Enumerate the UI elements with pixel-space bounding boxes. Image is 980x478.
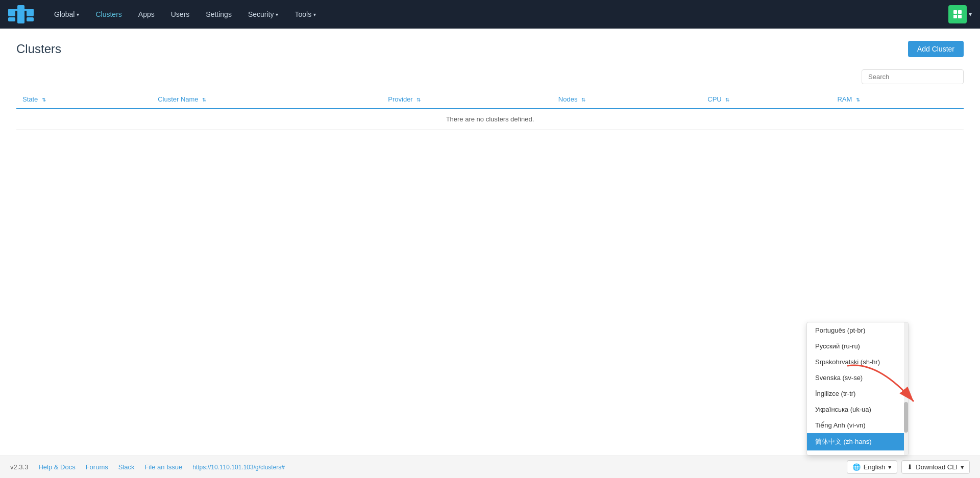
language-option-sh-hr[interactable]: Srpskohrvatski (sh-hr) [807, 354, 908, 370]
sort-icon: ⇅ [42, 97, 46, 103]
footer-url: https://10.110.101.103/g/clusters# [192, 464, 285, 471]
chevron-down-icon: ▾ [313, 12, 316, 17]
scrollbar-thumb[interactable] [904, 402, 908, 433]
svg-rect-4 [27, 17, 34, 21]
nav-item-tools[interactable]: Tools ▾ [287, 6, 323, 22]
chevron-down-icon: ▾ [276, 12, 278, 17]
nav-item-security[interactable]: Security ▾ [241, 6, 286, 22]
dropdown-scrollbar [904, 322, 908, 455]
language-option-pt-br[interactable]: Português (pt-br) [807, 322, 908, 338]
search-input[interactable] [862, 69, 964, 84]
svg-rect-2 [17, 5, 24, 23]
nav-right: ▾ [948, 5, 972, 23]
clusters-table: State ⇅ Cluster Name ⇅ Provider ⇅ Nodes … [16, 90, 964, 130]
col-header-ram[interactable]: RAM ⇅ [831, 90, 964, 109]
svg-rect-8 [953, 15, 957, 18]
col-header-cpu[interactable]: CPU ⇅ [701, 90, 831, 109]
sort-icon: ⇅ [856, 97, 860, 103]
user-avatar-button[interactable] [948, 5, 967, 23]
download-icon: ⬇ [907, 463, 913, 471]
footer: v2.3.3 Help & Docs Forums Slack File an … [0, 456, 980, 478]
navbar: Global ▾ Clusters Apps Users Settings Se… [0, 0, 980, 29]
page-title: Clusters [16, 42, 61, 56]
language-dropdown-list: Português (pt-br)Русский (ru-ru)Srpskohr… [807, 322, 908, 455]
col-header-nodes[interactable]: Nodes ⇅ [552, 90, 701, 109]
sort-icon: ⇅ [581, 97, 585, 103]
footer-forums-link[interactable]: Forums [86, 463, 108, 471]
nav-item-users[interactable]: Users [164, 6, 197, 22]
footer-version: v2.3.3 [10, 463, 28, 471]
svg-rect-6 [953, 10, 957, 14]
download-cli-button[interactable]: ⬇ Download CLI ▾ [901, 460, 970, 474]
language-option-ru-ru[interactable]: Русский (ru-ru) [807, 338, 908, 354]
nav-item-global[interactable]: Global ▾ [47, 6, 86, 22]
svg-rect-1 [8, 17, 15, 21]
empty-message: There are no clusters defined. [16, 109, 964, 130]
language-option-tr-tr[interactable]: İngilizce (tr-tr) [807, 386, 908, 401]
footer-file-issue-link[interactable]: File an Issue [145, 463, 183, 471]
col-header-state[interactable]: State ⇅ [16, 90, 152, 109]
table-header: State ⇅ Cluster Name ⇅ Provider ⇅ Nodes … [16, 90, 964, 109]
footer-slack-link[interactable]: Slack [118, 463, 135, 471]
nav-item-clusters[interactable]: Clusters [88, 6, 129, 22]
language-option-sv-se[interactable]: Svenska (sv-se) [807, 370, 908, 386]
nav-item-settings[interactable]: Settings [199, 6, 239, 22]
main-content: Clusters Add Cluster State ⇅ Cluster Nam… [0, 29, 980, 142]
add-cluster-button[interactable]: Add Cluster [908, 41, 964, 57]
empty-row: There are no clusters defined. [16, 109, 964, 130]
nav-item-apps[interactable]: Apps [131, 6, 162, 22]
table-body: There are no clusters defined. [16, 109, 964, 130]
sort-icon: ⇅ [725, 97, 729, 103]
user-menu-chevron-icon[interactable]: ▾ [969, 11, 972, 18]
language-label: English [864, 463, 886, 471]
nav-items: Global ▾ Clusters Apps Users Settings Se… [47, 6, 948, 22]
sort-icon: ⇅ [416, 97, 421, 103]
search-area [16, 69, 964, 84]
chevron-down-icon: ▾ [888, 463, 892, 471]
sort-icon: ⇅ [202, 97, 206, 103]
table-header-row: State ⇅ Cluster Name ⇅ Provider ⇅ Nodes … [16, 90, 964, 109]
svg-rect-9 [958, 15, 962, 18]
download-cli-label: Download CLI [916, 463, 958, 471]
logo [8, 4, 39, 24]
footer-help-docs-link[interactable]: Help & Docs [38, 463, 75, 471]
footer-right: 🌐 English ▾ ⬇ Download CLI ▾ [847, 460, 970, 474]
chevron-down-icon: ▾ [77, 12, 79, 17]
col-header-provider[interactable]: Provider ⇅ [382, 90, 552, 109]
page-header: Clusters Add Cluster [16, 41, 964, 57]
language-selector-button[interactable]: 🌐 English ▾ [847, 460, 898, 474]
language-option-zh-hans[interactable]: 简体中文 (zh-hans) [807, 433, 908, 450]
globe-icon: 🌐 [852, 463, 861, 471]
svg-rect-7 [958, 10, 962, 14]
user-menu-wrapper: ▾ [948, 5, 972, 23]
language-option-zh-hant[interactable]: 繁體中文 (zh-hant) [807, 450, 908, 455]
language-dropdown: Português (pt-br)Русский (ru-ru)Srpskohr… [806, 322, 909, 456]
chevron-down-icon: ▾ [961, 463, 964, 471]
col-header-cluster-name[interactable]: Cluster Name ⇅ [152, 90, 382, 109]
svg-rect-5 [8, 9, 34, 11]
language-option-vi-vn[interactable]: Tiếng Anh (vi-vn) [807, 417, 908, 433]
language-option-uk-ua[interactable]: Українська (uk-ua) [807, 401, 908, 417]
